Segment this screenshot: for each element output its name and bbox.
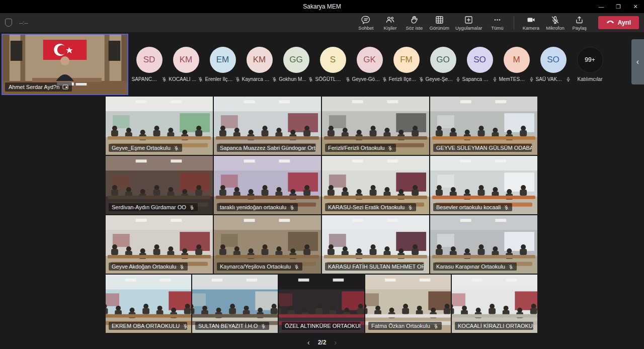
raise-hand-icon xyxy=(410,15,419,25)
participant-name: SAPANCA-... xyxy=(132,76,160,82)
participant-video-tile[interactable]: Besevler ortaokulu kocaali xyxy=(430,156,537,214)
uygulamalar-button[interactable]: Uygulamalar xyxy=(453,15,485,31)
participant-video-tile[interactable]: GEYVE SÜLEYMAN GÜLSÜM ODABAŞ xyxy=(430,97,537,155)
tile-participant-name: Besevler ortaokulu kocaali xyxy=(436,204,501,210)
participant-video-tile[interactable]: Serdivan-Aydın Gürdamar OO xyxy=(106,156,213,214)
tile-name-tag: KARASU FATİH SULTAN MEHMET ORT... xyxy=(325,263,424,271)
avatar: SD xyxy=(136,47,163,73)
mic-muted-icon xyxy=(294,264,299,270)
mic-muted-icon xyxy=(382,76,387,82)
tile-participant-name: Geyve Akdoğan Ortaokulu xyxy=(112,264,176,270)
participant-avatar-item[interactable]: KM Kaynarca İl... xyxy=(241,47,278,82)
tile-participant-name: KARASU-Sezi Eratik Ortaokulu xyxy=(328,204,405,210)
gallery-row: Serdivan-Aydın Gürdamar OO taraklı yenid… xyxy=(106,156,537,214)
participant-video-tile[interactable]: Karasu Karapınar Ortaokulu xyxy=(430,215,537,274)
share-icon xyxy=(575,15,584,25)
sohbet-button[interactable]: Sohbet xyxy=(354,15,377,31)
tile-name-tag: EKREM OBA ORTAOKULU xyxy=(109,322,187,330)
overflow-count-badge: 99+ xyxy=(577,47,603,73)
participant-video-tile[interactable]: KARASU-Sezi Eratik Ortaokulu xyxy=(322,156,429,214)
mic-muted-icon xyxy=(419,76,424,82)
mikrofon-button[interactable]: Mikrofon xyxy=(543,15,567,31)
self-video-tile[interactable]: Ahmet Serdar Ayd?n xyxy=(2,34,128,95)
participant-avatar-item[interactable]: GK Geyve-Gök... xyxy=(351,47,388,82)
participant-video-tile[interactable]: Geyve Akdoğan Ortaokulu xyxy=(106,215,213,274)
paylas-label: Paylaş xyxy=(573,25,587,31)
participant-avatar-item[interactable]: SO Sapanca M... xyxy=(461,47,498,82)
kamera-button[interactable]: Kamera xyxy=(519,15,542,31)
participant-video-tile[interactable]: Kaynarca/Yeşilova Ortaokulu xyxy=(214,215,321,274)
mic-muted-icon xyxy=(174,145,179,151)
tile-name-tag: Ferizli/Ferizli Ortaokulu xyxy=(325,144,396,152)
tile-participant-name: taraklı yenidoğan ortaokulu xyxy=(220,204,286,210)
phone-down-icon xyxy=(606,19,614,26)
kisiler-button[interactable]: Kişiler xyxy=(378,15,401,31)
spotlight-icon xyxy=(62,84,68,90)
avatar: SO xyxy=(540,47,567,73)
mic-on-icon xyxy=(529,76,534,82)
participant-avatar-item[interactable]: S SÖĞÜTLÜ -... xyxy=(314,47,351,82)
leave-label: Ayrıl xyxy=(618,19,631,26)
participant-avatar-item[interactable]: SO SAÜ VAKFI ... xyxy=(535,47,572,82)
tile-participant-name: KARASU FATİH SULTAN MEHMET ORT... xyxy=(328,264,424,270)
people-icon xyxy=(385,15,395,25)
participant-video-tile[interactable]: SULTAN BEYAZIT İ.H.O xyxy=(192,275,278,333)
soz-iste-button[interactable]: Söz iste xyxy=(403,15,426,31)
participant-name: MemTEST2... xyxy=(499,76,527,82)
meeting-status: --:-- xyxy=(5,19,28,27)
participant-name: Erenler İlçe ... xyxy=(205,76,233,82)
participant-avatar-item[interactable]: KM KOCAALİ ... xyxy=(168,47,204,82)
apps-plus-icon xyxy=(464,15,473,25)
mic-on-icon xyxy=(455,76,461,82)
participant-video-tile[interactable]: KARASU FATİH SULTAN MEHMET ORT... xyxy=(322,215,429,274)
rail-scroll-left-button[interactable]: ‹ xyxy=(631,39,644,84)
participant-video-tile[interactable]: KOCAALİ KİRAZLI ORTAOKULU xyxy=(452,275,537,333)
tumu-label: Tümü xyxy=(491,25,503,31)
tile-name-tag: GEYVE SÜLEYMAN GÜLSÜM ODABAŞ xyxy=(433,144,532,152)
tile-participant-name: GEYVE SÜLEYMAN GÜLSÜM ODABAŞ xyxy=(436,145,532,151)
participant-video-tile[interactable]: Sapanca Muazzez Sabri Gündogar Ort... xyxy=(214,97,321,155)
mic-muted-icon xyxy=(433,323,439,329)
participant-video-tile[interactable]: ÖZEL ALTINKÜRE ORTAOKULU xyxy=(279,275,364,333)
gallery-pagination: ‹ 2/2 › xyxy=(0,338,644,346)
mic-muted-icon xyxy=(272,76,277,82)
gorunum-label: Görünüm xyxy=(429,25,449,31)
gorunum-button[interactable]: Görünüm xyxy=(427,15,452,31)
participant-video-tile[interactable]: Ferizli/Ferizli Ortaokulu xyxy=(322,97,429,155)
participant-avatar-item[interactable]: M MemTEST2... xyxy=(498,47,535,82)
meeting-toolbar: --:-- Sohbet Kişiler Söz iste Görünüm Uy… xyxy=(0,13,644,32)
kamera-label: Kamera xyxy=(523,25,539,31)
participants-overflow-button[interactable]: 99+ Katılımcılar xyxy=(572,47,608,82)
leave-meeting-button[interactable]: Ayrıl xyxy=(598,16,639,29)
toolbar-divider xyxy=(514,16,514,29)
participant-avatar-item[interactable]: EM Erenler İlçe ... xyxy=(204,47,241,82)
participant-name: SÖĞÜTLÜ -... xyxy=(315,76,344,82)
avatar: FM xyxy=(393,47,420,73)
avatar: M xyxy=(504,47,530,73)
avatar: KM xyxy=(173,47,199,73)
tile-participant-name: Geyve_Eşme Ortaokulu xyxy=(112,145,171,151)
paylas-button[interactable]: Paylaş xyxy=(568,15,591,31)
participant-name: KOCAALİ ... xyxy=(169,76,196,82)
more-dots-icon xyxy=(493,15,502,25)
tile-participant-name: Ferizli/Ferizli Ortaokulu xyxy=(328,145,384,151)
tile-name-tag: taraklı yenidoğan ortaokulu xyxy=(217,203,298,211)
avatar: GG xyxy=(283,47,309,73)
page-previous-button[interactable]: ‹ xyxy=(307,338,310,346)
participant-avatar-item[interactable]: GG Gokhun M... xyxy=(278,47,314,82)
participant-video-tile[interactable]: Geyve_Eşme Ortaokulu xyxy=(106,97,213,155)
page-next-button[interactable]: › xyxy=(334,338,337,346)
participant-video-tile[interactable]: taraklı yenidoğan ortaokulu xyxy=(214,156,321,214)
camera-icon xyxy=(526,15,536,25)
participant-video-tile[interactable]: Fatma Özkan Ortaokulu xyxy=(365,275,451,333)
tile-name-tag: Serdivan-Aydın Gürdamar OO xyxy=(109,203,198,211)
chevron-left-icon: ‹ xyxy=(636,57,639,66)
tumu-button[interactable]: Tümü xyxy=(486,15,509,31)
participant-avatar-item[interactable]: SD SAPANCA-... xyxy=(131,47,168,82)
avatar: KM xyxy=(247,47,273,73)
mic-on-icon xyxy=(566,76,571,82)
participant-avatar-item[interactable]: GO Geyve-Şehi... xyxy=(425,47,461,82)
participant-video-tile[interactable]: EKREM OBA ORTAOKULU xyxy=(106,275,191,333)
mic-muted-icon xyxy=(183,323,187,329)
participant-avatar-item[interactable]: FM Ferizli İlçe ... xyxy=(388,47,425,82)
